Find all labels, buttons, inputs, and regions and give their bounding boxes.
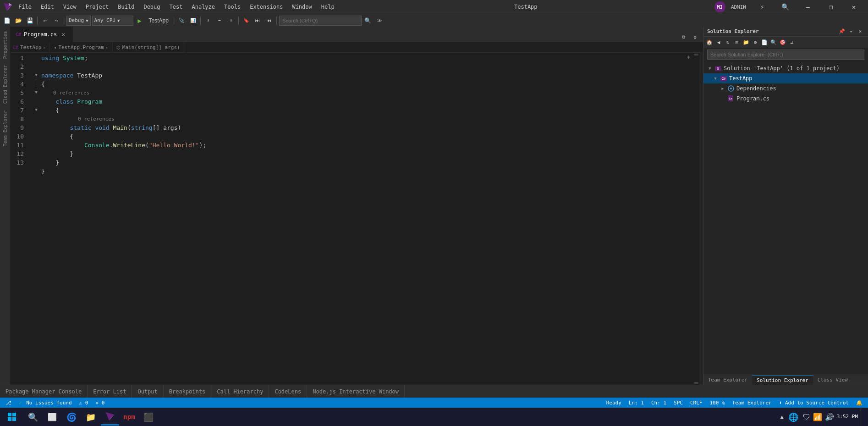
se-search-input[interactable] (707, 50, 864, 60)
menu-debug[interactable]: Debug (141, 4, 163, 10)
cloud-explorer-label[interactable]: Cloud Explorer (1, 62, 10, 106)
search-submit-icon[interactable]: 🔍 (363, 16, 373, 26)
zoom-label[interactable]: 100 % (708, 400, 726, 406)
code-editor[interactable]: 1 2 3 4 5 6 7 8 9 10 11 12 13 ▼ ▼ (10, 53, 703, 385)
run-target-label[interactable]: TestApp (146, 17, 171, 24)
speaker-icon[interactable]: 🔊 (825, 413, 834, 421)
se-back-icon[interactable]: ◀ (714, 38, 723, 46)
tab-call-hierarchy[interactable]: Call Hierarchy (211, 385, 269, 398)
npm-icon[interactable]: npm (120, 408, 138, 426)
edge-icon[interactable]: 🌀 (62, 408, 81, 426)
se-properties-icon[interactable]: ⚙ (751, 38, 759, 46)
se-tab-team-explorer[interactable]: Team Explorer (703, 375, 752, 385)
attach-debugger-icon[interactable]: 📎 (176, 16, 187, 26)
gutter-fold-7[interactable]: ▼ (33, 105, 39, 114)
tree-dependencies[interactable]: ▶ Dependencies (703, 83, 868, 94)
menu-file[interactable]: File (16, 4, 34, 10)
tab-nodejs-interactive[interactable]: Node.js Interactive Window (307, 385, 405, 398)
restore-button[interactable]: ❐ (820, 0, 841, 14)
language-icon[interactable]: 🌐 (786, 408, 800, 426)
git-icon[interactable]: ⎇ (4, 400, 13, 406)
step-into-icon[interactable]: ⬇ (203, 16, 213, 26)
tab-program-cs[interactable]: C# Program.cs × (10, 27, 73, 42)
tree-project[interactable]: ▼ C# TestApp (703, 73, 868, 83)
global-search-input[interactable] (279, 16, 362, 26)
step-over-icon[interactable]: ➡ (214, 16, 225, 26)
menu-analyze[interactable]: Analyze (189, 4, 218, 10)
menu-view[interactable]: View (60, 4, 79, 10)
menu-extensions[interactable]: Extensions (247, 4, 286, 10)
se-tab-solution-explorer[interactable]: Solution Explorer (752, 375, 813, 385)
se-tab-class-view[interactable]: Class View (813, 375, 852, 385)
spc-label[interactable]: SPC (672, 400, 685, 406)
performance-icon[interactable]: 📊 (188, 16, 198, 26)
expand-editor-icon[interactable]: + (685, 54, 692, 61)
path-method-segment[interactable]: ⬡ Main(string[] args) (113, 43, 184, 53)
menu-window[interactable]: Window (289, 4, 314, 10)
task-view-icon[interactable]: ⬜ (43, 408, 61, 426)
team-explorer-side-label[interactable]: Team Explorer (1, 108, 10, 149)
bookmark-icon[interactable]: 🔖 (241, 16, 251, 26)
gutter-fold-5[interactable]: ▼ (33, 88, 39, 96)
close-button[interactable]: ✕ (843, 0, 864, 14)
menu-edit[interactable]: Edit (38, 4, 57, 10)
se-home-icon[interactable]: 🏠 (705, 38, 714, 46)
se-open-file-icon[interactable]: 📄 (760, 38, 769, 46)
menu-test[interactable]: Test (167, 4, 186, 10)
prev-bookmark-icon[interactable]: ⏮ (264, 16, 274, 26)
terminal-icon[interactable]: ⬛ (139, 408, 158, 426)
tab-output[interactable]: Output (132, 385, 163, 398)
scroll-up-arrow[interactable] (694, 54, 698, 55)
se-filter-icon[interactable]: 🔍 (769, 38, 778, 46)
tree-program-cs[interactable]: ▶ C# Program.cs (703, 94, 868, 104)
warnings-icon[interactable]: ⚠ 0 (77, 400, 90, 406)
redo-icon[interactable]: ↪ (51, 16, 61, 26)
minimize-button[interactable]: — (797, 0, 819, 14)
ch-label[interactable]: Ch: 1 (649, 400, 668, 406)
split-editor-icon[interactable]: ⧉ (678, 32, 688, 42)
tab-error-list[interactable]: Error List (88, 385, 132, 398)
new-project-icon[interactable]: 📄 (2, 16, 12, 26)
se-dropdown-icon[interactable]: ▾ (847, 28, 855, 36)
menu-help[interactable]: Help (319, 4, 337, 10)
next-bookmark-icon[interactable]: ⏭ (253, 16, 263, 26)
tab-close-button[interactable]: × (60, 31, 67, 38)
run-button[interactable]: ▶ (135, 16, 145, 26)
menu-project[interactable]: Project (83, 4, 112, 10)
search-icon[interactable]: 🔍 (775, 0, 796, 14)
team-explorer-label[interactable]: Team Explorer (731, 400, 774, 406)
start-button[interactable] (1, 408, 23, 426)
scroll-down-arrow[interactable] (694, 382, 698, 384)
editor-settings-icon[interactable]: ⚙ (690, 32, 700, 42)
platform-dropdown[interactable]: Any CPU ▼ (92, 16, 133, 26)
se-collapse-icon[interactable]: ⊟ (733, 38, 741, 46)
code-text[interactable]: using System; namespace TestApp { 0 refe… (39, 53, 693, 385)
crlf-label[interactable]: CRLF (688, 400, 704, 406)
menu-tools[interactable]: Tools (221, 4, 243, 10)
path-class-segment[interactable]: ✦ TestApp.Program ▸ (50, 43, 112, 53)
se-sync-icon[interactable]: ⇄ (788, 38, 796, 46)
properties-panel-label[interactable]: Properties (1, 28, 10, 61)
system-clock[interactable]: 3:52 PM (837, 414, 858, 420)
ln-label[interactable]: Ln: 1 (627, 400, 646, 406)
step-out-icon[interactable]: ⬆ (226, 16, 236, 26)
tab-package-manager[interactable]: Package Manager Console (0, 385, 88, 398)
search-taskbar-icon[interactable]: 🔍 (24, 408, 42, 426)
user-avatar[interactable]: MI (714, 1, 725, 12)
file-explorer-icon[interactable]: 📁 (82, 408, 100, 426)
se-refresh-icon[interactable]: ↻ (724, 38, 732, 46)
se-close-icon[interactable]: × (856, 28, 864, 36)
open-icon[interactable]: 📂 (13, 16, 23, 26)
se-scope-icon[interactable]: 🎯 (779, 38, 787, 46)
taskbar-chevron-icon[interactable]: ▲ (780, 414, 783, 420)
tab-codelens[interactable]: CodeLens (269, 385, 307, 398)
tab-breakpoints[interactable]: Breakpoints (164, 385, 211, 398)
security-icon[interactable]: 🛡 (803, 413, 810, 421)
tree-solution[interactable]: ▼ S Solution 'TestApp' (1 of 1 project) (703, 63, 868, 73)
save-icon[interactable]: 💾 (25, 16, 35, 26)
se-pin-icon[interactable]: 📌 (838, 28, 846, 36)
add-to-source-control-label[interactable]: ⬆ Add to Source Control (777, 400, 851, 406)
live-share-icon[interactable]: ⚡ (752, 0, 773, 14)
vs-taskbar-icon[interactable] (101, 408, 119, 426)
errors-icon[interactable]: ✕ 0 (93, 400, 106, 406)
